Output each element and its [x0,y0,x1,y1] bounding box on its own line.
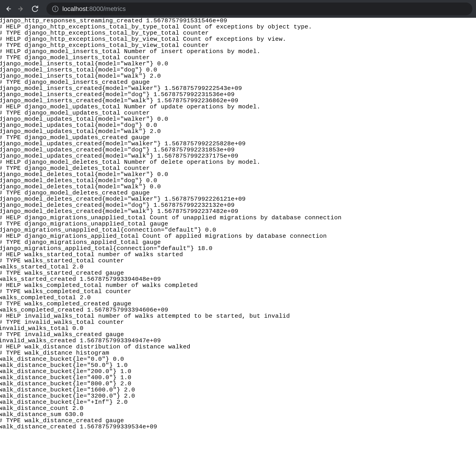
navigation-buttons [4,5,39,13]
url-port: :8000 [87,5,104,12]
site-info-icon[interactable] [52,6,59,12]
back-button[interactable] [4,5,12,13]
forward-button[interactable] [17,5,25,13]
reload-button[interactable] [31,5,39,13]
url-host: localhost [62,5,87,12]
url-display: localhost:8000/metrics [62,5,126,12]
browser-toolbar: localhost:8000/metrics [0,0,476,18]
metrics-content: django_http_responses_streaming_created … [0,18,476,430]
address-bar[interactable]: localhost:8000/metrics [46,2,472,15]
svg-point-4 [55,7,55,7]
url-path: /metrics [104,5,126,12]
